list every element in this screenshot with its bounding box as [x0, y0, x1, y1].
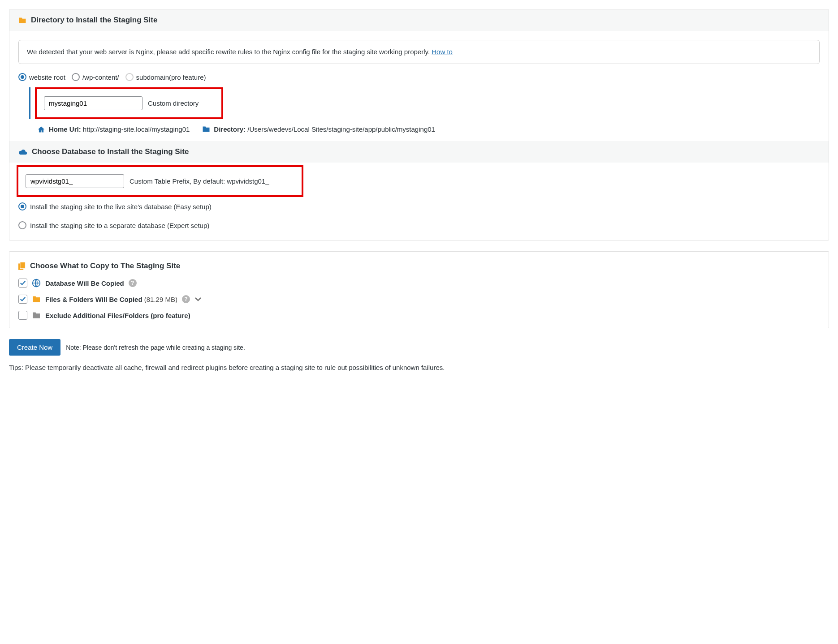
radio-wp-content[interactable]	[72, 73, 80, 81]
checkbox-exclude	[18, 311, 27, 320]
copy-section-header: Choose What to Copy to The Staging Site	[18, 262, 820, 270]
home-url-value: http://staging-site.local/mystaging01	[81, 125, 190, 133]
nginx-notice: We detected that your web server is Ngin…	[18, 40, 820, 64]
help-icon[interactable]: ?	[129, 279, 137, 287]
directory-segment: Directory: /Users/wedevs/Local Sites/sta…	[202, 125, 435, 133]
copy-icon	[18, 262, 26, 270]
url-info-row: Home Url: http://staging-site.local/myst…	[9, 119, 829, 141]
copy-card: Choose What to Copy to The Staging Site …	[9, 251, 829, 328]
svg-rect-1	[20, 262, 25, 268]
copy-exclude-label: Exclude Additional Files/Folders (pro fe…	[45, 312, 190, 319]
folder-blue-icon	[202, 126, 210, 133]
home-icon	[37, 126, 45, 133]
folder-orange-icon	[32, 296, 41, 303]
radio-db-easy[interactable]	[18, 202, 26, 210]
globe-icon	[32, 279, 41, 288]
tips-text: Tips: Please temporarily deactivate all …	[9, 363, 829, 373]
create-row: Create Now Note: Please don't refresh th…	[9, 339, 829, 356]
copy-item-files: Files & Folders Will Be Copied (81.29 MB…	[18, 295, 820, 304]
custom-dir-block: Custom directory	[29, 87, 829, 119]
copy-item-exclude: Exclude Additional Files/Folders (pro fe…	[18, 311, 820, 320]
db-radio-easy-label[interactable]: Install the staging site to the live sit…	[18, 202, 212, 210]
copy-files-size: (81.29 MB)	[143, 296, 177, 303]
chevron-down-icon[interactable]	[194, 297, 202, 301]
radio-subdomain-label: subdomain(pro feature)	[125, 73, 206, 81]
directory-card: Directory to Install the Staging Site We…	[9, 9, 829, 240]
directory-label: Directory:	[214, 125, 246, 133]
folder-icon	[18, 17, 26, 24]
radio-subdomain	[125, 73, 134, 81]
copy-title: Choose What to Copy to The Staging Site	[30, 262, 180, 270]
home-url-segment: Home Url: http://staging-site.local/myst…	[37, 125, 190, 133]
db-radio-expert-label[interactable]: Install the staging site to a separate d…	[18, 221, 209, 229]
copy-db-label: Database Will Be Copied	[45, 279, 124, 287]
db-radio-expert-row: Install the staging site to a separate d…	[9, 216, 829, 240]
help-icon[interactable]: ?	[182, 295, 190, 303]
checkbox-files[interactable]	[18, 295, 27, 304]
table-prefix-label: Custom Table Prefix, By default: wpvivid…	[130, 177, 269, 185]
db-radio-easy-row: Install the staging site to the live sit…	[9, 197, 829, 216]
directory-title: Directory to Install the Staging Site	[31, 16, 157, 25]
location-radio-row: website root /wp-content/ subdomain(pro …	[9, 73, 829, 87]
table-prefix-highlight: Custom Table Prefix, By default: wpvivid…	[17, 165, 303, 197]
copy-files-label: Files & Folders Will Be Copied	[45, 296, 143, 303]
copy-section: Choose What to Copy to The Staging Site …	[9, 252, 829, 328]
folder-gray-icon	[32, 312, 41, 319]
create-now-button[interactable]: Create Now	[9, 339, 60, 356]
create-note: Note: Please don't refresh the page whil…	[66, 344, 245, 351]
custom-directory-highlight: Custom directory	[35, 87, 223, 119]
cloud-icon	[18, 149, 27, 155]
checkbox-database[interactable]	[18, 279, 27, 288]
directory-section-header: Directory to Install the Staging Site	[9, 9, 829, 31]
directory-value: /Users/wedevs/Local Sites/staging-site/a…	[246, 125, 435, 133]
home-url-label: Home Url:	[49, 125, 81, 133]
notice-text: We detected that your web server is Ngin…	[27, 48, 432, 56]
copy-item-database: Database Will Be Copied ?	[18, 279, 820, 288]
radio-website-root-label[interactable]: website root	[18, 73, 65, 81]
radio-db-expert[interactable]	[18, 221, 26, 229]
custom-directory-label: Custom directory	[148, 99, 199, 107]
howto-link[interactable]: How to	[432, 48, 453, 56]
table-prefix-input[interactable]	[26, 174, 124, 188]
radio-website-root[interactable]	[18, 73, 26, 81]
custom-directory-input[interactable]	[44, 96, 143, 110]
database-title: Choose Database to Install the Staging S…	[32, 147, 189, 156]
database-section-header: Choose Database to Install the Staging S…	[9, 141, 829, 163]
radio-wp-content-label[interactable]: /wp-content/	[72, 73, 119, 81]
